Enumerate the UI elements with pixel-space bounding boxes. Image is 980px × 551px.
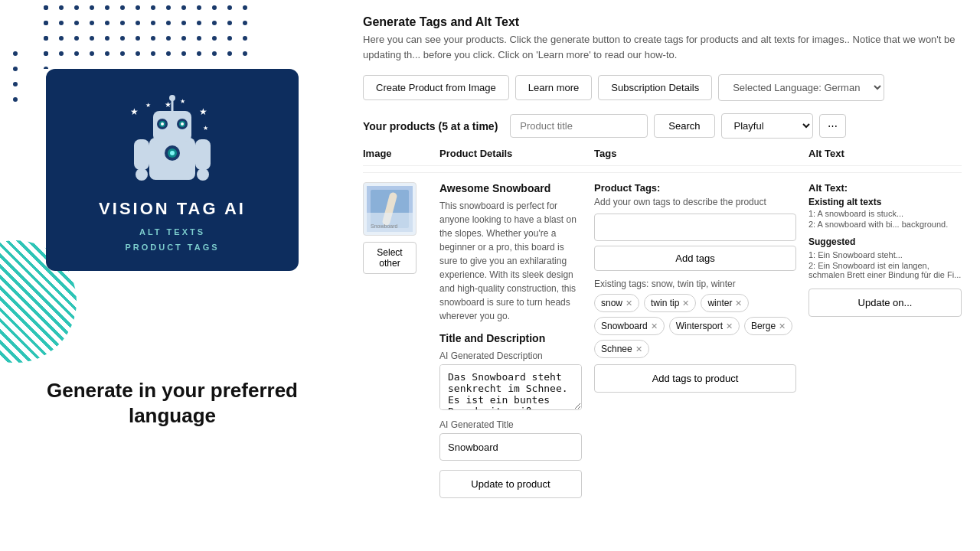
svg-point-44: [74, 51, 79, 56]
svg-point-56: [44, 5, 48, 10]
product-description: This snowboard is perfect for anyone loo…: [439, 199, 582, 323]
brand-title: VISION TAG AI: [99, 199, 246, 219]
tags-col: Product Tags: Add your own tags to descr…: [594, 182, 808, 498]
tone-select[interactable]: Playful Professional Casual: [721, 113, 813, 139]
products-header: Your products (5 at a time) Search Playf…: [363, 113, 962, 139]
add-tags-product-btn[interactable]: Add tags to product: [594, 364, 796, 393]
robot-icon: ★ ★ ★ ★ ★ ★: [126, 92, 218, 191]
dot-grid: [38, 0, 268, 69]
svg-text:★: ★: [130, 106, 139, 117]
product-details-col: Awesome Snowboard This snowboard is perf…: [439, 182, 594, 498]
tag-chip-snow: snow ✕: [594, 294, 639, 312]
alt-text-title: Alt Text:: [808, 182, 962, 194]
svg-point-40: [227, 36, 232, 41]
svg-point-6: [136, 5, 140, 10]
svg-point-63: [13, 82, 18, 86]
svg-point-29: [59, 36, 64, 41]
product-image-col: Snowboard Select other: [363, 182, 439, 498]
brand-card: ★ ★ ★ ★ ★ ★ VISION TAG AI ALT TEXTSPRODU…: [46, 69, 299, 271]
svg-point-59: [44, 51, 48, 56]
svg-point-34: [136, 36, 140, 41]
title-desc-heading: Title and Description: [439, 332, 582, 344]
product-thumbnail: Snowboard: [363, 182, 416, 236]
tag-chip-wintersport: Wintersport ✕: [669, 317, 740, 335]
tag-chip-berge: Berge ✕: [744, 317, 792, 335]
svg-rect-91: [367, 213, 413, 232]
svg-point-7: [151, 5, 155, 10]
add-tags-btn[interactable]: Add tags: [594, 246, 796, 271]
svg-point-32: [105, 36, 109, 41]
svg-point-9: [181, 5, 186, 10]
svg-point-46: [105, 51, 109, 56]
more-btn[interactable]: ⋯: [819, 114, 846, 138]
svg-point-53: [212, 51, 217, 56]
svg-point-52: [197, 51, 201, 56]
svg-point-49: [151, 51, 155, 56]
svg-rect-78: [134, 139, 149, 170]
toolbar: Create Product from Image Learn more Sub…: [363, 74, 962, 101]
products-label: Your products (5 at a time): [363, 120, 498, 132]
ai-title-label: AI Generated Title: [439, 419, 582, 430]
header-image: Image: [363, 148, 439, 159]
svg-point-43: [59, 51, 64, 56]
svg-point-3: [90, 5, 94, 10]
tag-chip-snowboard: Snowboard ✕: [594, 317, 665, 335]
search-button[interactable]: Search: [654, 114, 714, 138]
svg-point-74: [181, 122, 184, 126]
suggested-label: Suggested: [808, 236, 962, 247]
teal-decoration: [46, 263, 299, 363]
svg-point-21: [151, 21, 155, 25]
create-product-btn[interactable]: Create Product from Image: [363, 75, 509, 100]
select-other-btn[interactable]: Select other: [363, 242, 416, 274]
svg-point-22: [166, 21, 171, 25]
ai-desc-input[interactable]: [439, 364, 582, 410]
tag-remove-snowboard[interactable]: ✕: [651, 321, 658, 331]
ai-title-input[interactable]: [439, 433, 582, 461]
table-row: Snowboard Select other Awesome Snowboard…: [363, 172, 962, 498]
tag-remove-snow[interactable]: ✕: [626, 298, 632, 308]
svg-point-57: [44, 21, 48, 25]
tag-remove-winter[interactable]: ✕: [735, 298, 742, 308]
learn-more-btn[interactable]: Learn more: [515, 75, 592, 100]
right-panel: Generate Tags and Alt Text Here you can …: [345, 0, 980, 551]
svg-point-48: [136, 51, 140, 56]
svg-point-16: [74, 21, 79, 25]
update-on-btn[interactable]: Update on...: [808, 289, 962, 317]
header-alt-text: Alt Text: [808, 148, 962, 159]
tag-remove-twintip[interactable]: ✕: [682, 298, 689, 308]
svg-text:★: ★: [180, 98, 185, 105]
language-select[interactable]: Selected Language: German Selected Langu…: [718, 74, 884, 101]
svg-point-19: [120, 21, 125, 25]
search-input[interactable]: [510, 114, 648, 138]
section-title: Generate Tags and Alt Text: [363, 15, 962, 29]
svg-point-30: [74, 36, 79, 41]
svg-point-17: [90, 21, 94, 25]
subscription-btn[interactable]: Subscription Details: [598, 75, 712, 100]
alt-text-col: Alt Text: Existing alt texts 1: A snowbo…: [808, 182, 962, 498]
svg-text:★: ★: [165, 100, 172, 109]
svg-point-27: [243, 21, 247, 25]
svg-point-81: [197, 168, 209, 181]
tag-remove-schnee[interactable]: ✕: [635, 344, 642, 354]
svg-point-73: [161, 122, 164, 126]
tag-remove-wintersport[interactable]: ✕: [726, 321, 733, 331]
update-product-btn[interactable]: Update to product: [439, 470, 582, 498]
svg-point-47: [120, 51, 125, 56]
tags-input[interactable]: [594, 214, 796, 241]
alt-item-2: 2: A snowboard with bi... background.: [808, 220, 962, 229]
svg-point-8: [166, 5, 171, 10]
svg-point-23: [181, 21, 186, 25]
svg-point-58: [44, 36, 48, 41]
svg-point-12: [227, 5, 232, 10]
tag-remove-berge[interactable]: ✕: [779, 321, 786, 331]
svg-point-31: [90, 36, 94, 41]
product-name: Awesome Snowboard: [439, 182, 582, 194]
svg-point-41: [243, 36, 247, 41]
left-panel: ★ ★ ★ ★ ★ ★ VISION TAG AI ALT TEXTSPRODU…: [0, 0, 345, 551]
svg-point-1: [59, 5, 64, 10]
svg-point-2: [74, 5, 79, 10]
svg-text:Snowboard: Snowboard: [371, 223, 398, 229]
existing-tags-label: Existing tags: snow, twin tip, winter: [594, 279, 796, 289]
table-header: Image Product Details Tags Alt Text: [363, 148, 962, 166]
svg-point-50: [166, 51, 171, 56]
